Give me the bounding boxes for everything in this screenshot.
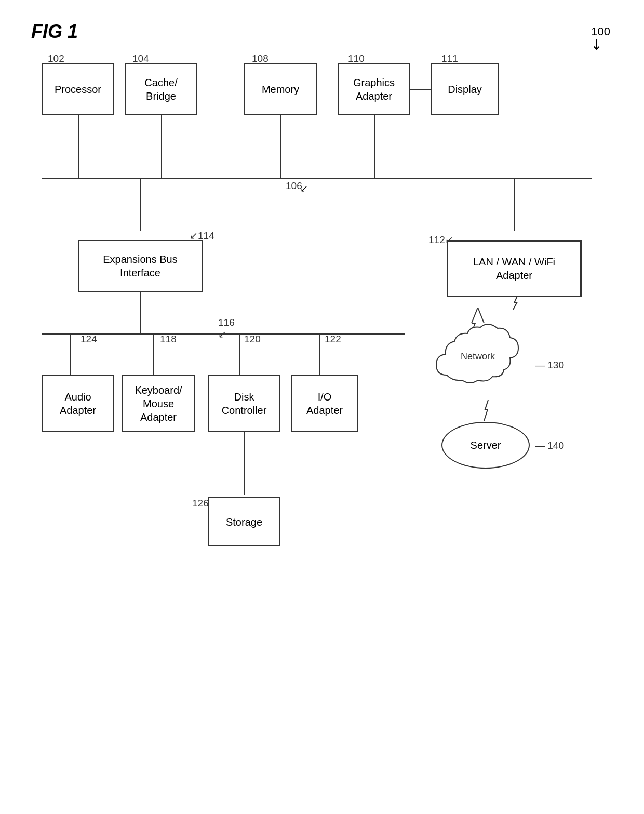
ref-104: 104 xyxy=(132,53,149,64)
cache-to-bus-line xyxy=(161,115,162,178)
graphics-display-line xyxy=(410,89,431,90)
storage-box: Storage xyxy=(208,497,280,546)
gpu-to-bus-line xyxy=(374,115,375,178)
ref-116: 116↙ xyxy=(218,317,235,340)
memory-box: Memory xyxy=(244,63,317,115)
network-cloud-svg: Network xyxy=(426,308,530,401)
diagram: 102 Processor 104 Cache/ Bridge 108 Memo… xyxy=(36,53,608,796)
iobus-to-audio-line xyxy=(70,333,71,375)
lightning-bolt-2 xyxy=(482,400,492,421)
ref-110: 110 xyxy=(348,53,365,64)
system-bus-line xyxy=(42,178,592,179)
ref-124: 124 xyxy=(81,333,97,345)
cache-bridge-box: Cache/ Bridge xyxy=(125,63,197,115)
keyboard-mouse-box: Keyboard/ Mouse Adapter xyxy=(122,375,195,432)
ref-106: 106 xyxy=(286,180,302,192)
server-oval: Server xyxy=(441,422,530,469)
ref-108: 108 xyxy=(252,53,269,64)
svg-text:Network: Network xyxy=(461,351,495,362)
lightning-bolt-1 xyxy=(511,296,521,310)
bus-to-expbus-line xyxy=(140,179,141,231)
ref-118: 118 xyxy=(160,333,177,345)
figure-title: FIG 1 xyxy=(31,21,613,43)
ref-130: — 130 xyxy=(535,359,564,371)
expansions-bus-box: Expansions Bus Interface xyxy=(78,240,203,292)
svg-line-0 xyxy=(472,308,478,323)
proc-to-bus-line xyxy=(78,115,79,178)
io-adapter-box: I/O Adapter xyxy=(291,375,358,432)
iobus-to-disk-line xyxy=(239,333,240,375)
disk-to-storage-line xyxy=(244,432,245,495)
lan-wan-box: LAN / WAN / WiFi Adapter xyxy=(447,240,582,297)
ref-106-arrow: ↙ xyxy=(300,183,308,194)
display-box: Display xyxy=(431,63,499,115)
expbus-to-iobus-line xyxy=(140,292,141,333)
bus-to-lan-line xyxy=(514,179,515,231)
processor-box: Processor xyxy=(42,63,114,115)
mem-to-bus-line xyxy=(280,115,281,178)
ref-102: 102 xyxy=(48,53,64,64)
iobus-to-kbd-line xyxy=(153,333,154,375)
ref-111: 111 xyxy=(441,53,458,64)
audio-adapter-box: Audio Adapter xyxy=(42,375,114,432)
iobus-to-io-line xyxy=(319,333,320,375)
disk-controller-box: Disk Controller xyxy=(208,375,280,432)
ref-122: 122 xyxy=(325,333,341,345)
ref-120: 120 xyxy=(244,333,261,345)
page: FIG 1 100 ↗ 102 Processor 104 Cache/ Bri… xyxy=(0,0,644,814)
graphics-adapter-box: Graphics Adapter xyxy=(338,63,410,115)
ref-100-label: 100 ↗ xyxy=(591,25,610,53)
svg-line-1 xyxy=(478,308,484,323)
ref-140: — 140 xyxy=(535,440,564,451)
